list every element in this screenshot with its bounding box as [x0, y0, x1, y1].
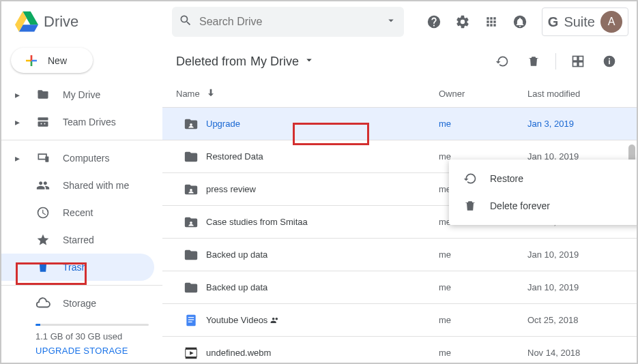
sidebar-item-trash[interactable]: Trash	[1, 254, 154, 281]
svg-rect-20	[188, 321, 192, 322]
sidebar-item-shared[interactable]: Shared with me	[1, 172, 154, 199]
col-modified-header[interactable]: Last modified	[527, 89, 623, 99]
chevron-right-icon: ▸	[15, 117, 23, 127]
trash-icon	[463, 199, 478, 213]
file-name: undefined.webm	[206, 348, 439, 358]
svg-rect-19	[188, 319, 194, 320]
file-modified: Jan 10, 2019	[527, 249, 623, 260]
context-menu: Restore Delete forever	[449, 160, 637, 225]
topbar: Drive G Suite A	[1, 1, 637, 42]
col-owner-header[interactable]: Owner	[439, 89, 527, 99]
drive-icon	[35, 88, 50, 102]
file-name: Backed up data	[206, 282, 439, 292]
svg-rect-8	[579, 57, 583, 61]
file-name: Restored Data	[206, 151, 439, 162]
sidebar-item-storage[interactable]: Storage	[1, 290, 154, 317]
file-modified: Jan 10, 2019	[527, 282, 623, 292]
gsuite-suite: Suite	[564, 14, 595, 30]
svg-point-14	[190, 123, 192, 126]
help-icon[interactable]	[420, 8, 448, 35]
file-owner: me	[439, 119, 527, 129]
cloud-icon	[35, 296, 50, 311]
menu-delete-forever[interactable]: Delete forever	[449, 192, 637, 219]
file-row[interactable]: Backed up datameJan 10, 2019	[162, 271, 637, 304]
svg-point-13	[609, 58, 610, 59]
svg-rect-9	[573, 62, 578, 67]
table-header: Name Owner Last modified	[162, 80, 637, 108]
gsuite-g: G	[548, 14, 559, 30]
sidebar: New ▸My Drive ▸Team Drives ▸Computers Sh…	[1, 42, 162, 363]
svg-point-4	[41, 123, 42, 125]
sidebar-item-my-drive[interactable]: ▸My Drive	[1, 81, 154, 108]
shared-folder-icon	[176, 215, 206, 230]
svg-rect-18	[188, 317, 194, 318]
apps-icon[interactable]	[478, 8, 505, 35]
svg-rect-10	[579, 62, 583, 67]
main-content: Deleted from My Drive Name Owner Last mo…	[162, 42, 637, 363]
chevron-right-icon: ▸	[15, 153, 23, 164]
delete-header-icon[interactable]	[520, 48, 547, 75]
sidebar-item-starred[interactable]: Starred	[1, 226, 154, 254]
file-name: Upgrade	[206, 119, 439, 129]
doc-icon	[176, 314, 206, 327]
trash-icon	[35, 260, 50, 274]
file-owner: me	[439, 249, 527, 260]
shared-icon	[35, 179, 50, 192]
shared-folder-icon	[176, 182, 206, 197]
avatar[interactable]: A	[600, 11, 622, 33]
sidebar-item-computers[interactable]: ▸Computers	[1, 145, 154, 172]
grid-view-icon[interactable]	[564, 48, 592, 75]
file-owner: me	[439, 315, 527, 325]
chevron-right-icon: ▸	[15, 89, 23, 100]
drive-logo-icon	[15, 10, 38, 33]
star-icon	[35, 233, 50, 247]
file-name: Backed up data	[206, 249, 439, 260]
col-name-header[interactable]: Name	[176, 89, 200, 99]
sidebar-item-recent[interactable]: Recent	[1, 199, 154, 226]
notifications-icon[interactable]	[506, 8, 534, 35]
restore-header-icon[interactable]	[489, 48, 516, 75]
settings-icon[interactable]	[449, 8, 476, 35]
file-name: Youtube Videos	[206, 315, 439, 326]
file-row[interactable]: UpgrademeJan 3, 2019	[162, 108, 637, 140]
upgrade-storage-link[interactable]: UPGRADE STORAGE	[35, 346, 149, 356]
plus-icon	[23, 52, 40, 69]
sort-arrow-icon[interactable]	[205, 87, 216, 100]
info-icon[interactable]	[596, 48, 623, 75]
file-name: press review	[206, 184, 439, 194]
computers-icon	[35, 151, 50, 165]
file-modified: Nov 14, 2018	[527, 348, 623, 358]
folder-icon	[176, 149, 206, 164]
header-icons: G Suite A	[420, 7, 628, 36]
product-name: Drive	[44, 13, 78, 31]
menu-restore[interactable]: Restore	[449, 165, 637, 192]
svg-point-16	[190, 222, 192, 224]
svg-rect-7	[573, 57, 578, 61]
svg-rect-3	[38, 121, 48, 127]
svg-point-15	[190, 189, 192, 192]
storage-text: 1.1 GB of 30 GB used	[35, 331, 149, 342]
search-input[interactable]	[192, 16, 385, 28]
new-button[interactable]: New	[11, 48, 93, 73]
search-icon	[179, 14, 192, 30]
recent-icon	[35, 206, 50, 219]
file-row[interactable]: Youtube Videos meOct 25, 2018	[162, 304, 637, 337]
breadcrumb[interactable]: Deleted from My Drive	[176, 54, 315, 70]
shared-folder-icon	[176, 117, 206, 132]
chevron-down-icon	[303, 54, 315, 70]
file-owner: me	[439, 348, 527, 358]
content-header: Deleted from My Drive	[162, 42, 637, 80]
new-button-label: New	[48, 55, 67, 66]
file-modified: Jan 3, 2019	[527, 119, 623, 129]
file-row[interactable]: undefined.webmmeNov 14, 2018	[162, 337, 637, 363]
folder-icon	[176, 280, 206, 295]
file-modified: Oct 25, 2018	[527, 315, 623, 325]
file-list: UpgrademeJan 3, 2019Restored DatameJan 1…	[162, 108, 637, 363]
sidebar-item-team-drives[interactable]: ▸Team Drives	[1, 108, 154, 136]
file-owner: me	[439, 282, 527, 292]
search-bar[interactable]	[172, 7, 404, 37]
restore-icon	[463, 172, 478, 185]
file-row[interactable]: Backed up datameJan 10, 2019	[162, 239, 637, 271]
dropdown-icon[interactable]	[385, 14, 397, 29]
gsuite-button[interactable]: G Suite A	[542, 7, 628, 36]
